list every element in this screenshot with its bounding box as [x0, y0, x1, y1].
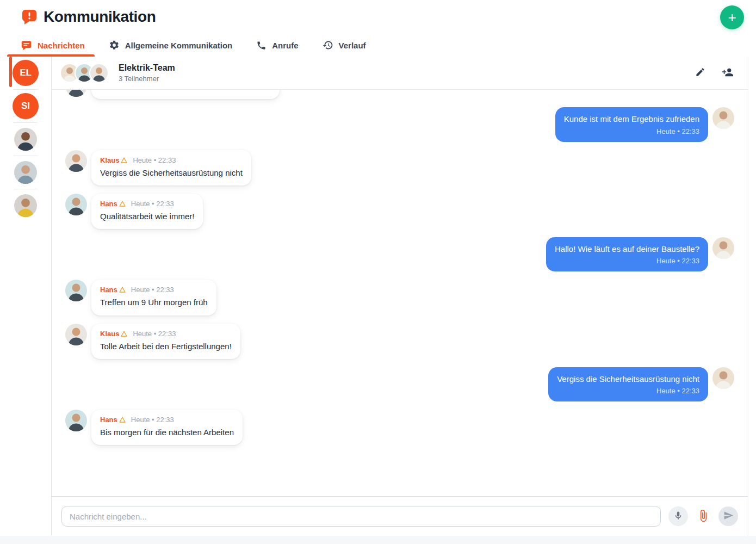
- chat-header: Elektrik-Team 3 Teilnehmer: [52, 57, 748, 90]
- message-avatar: [712, 107, 734, 129]
- participant-avatars: [60, 63, 109, 83]
- tab-verlauf[interactable]: Verlauf: [323, 34, 366, 57]
- message-meta: HansHeute • 22:33: [100, 286, 208, 294]
- person-silhouette: [65, 410, 87, 431]
- message-bubble: HansHeute • 22:33Qualitätsarbeit wie imm…: [91, 194, 203, 229]
- paperclip-icon: [697, 509, 710, 524]
- message-row: HansHeute • 22:33Bis morgen für die näch…: [65, 410, 734, 445]
- chat-title: Elektrik-Team: [119, 63, 694, 73]
- message-avatar: [65, 410, 87, 431]
- message-avatar: [65, 194, 87, 215]
- person-silhouette: [65, 90, 87, 97]
- message-avatar: [712, 237, 734, 259]
- message-text: Vergiss die Sicherheitsausrüstung nicht: [100, 168, 243, 178]
- person-silhouette: [65, 280, 87, 301]
- warning-triangle-icon: [121, 157, 127, 163]
- conversation-avatar: SI: [13, 93, 39, 119]
- person-silhouette: [14, 194, 37, 217]
- conversation-item[interactable]: [0, 157, 51, 188]
- message-avatar: [65, 150, 87, 172]
- message-row: Vergiss die Sicherheitsausrüstung nichtH…: [65, 367, 734, 401]
- message-time: Heute • 22:33: [133, 330, 176, 338]
- add-participant-button[interactable]: [721, 65, 735, 81]
- gear-icon: [109, 40, 120, 51]
- microphone-icon: [673, 511, 683, 522]
- message-time: Heute • 22:33: [131, 286, 174, 294]
- phone-icon: [256, 40, 267, 51]
- attach-file-button[interactable]: [693, 506, 713, 526]
- tab-nachrichten[interactable]: Nachrichten: [21, 34, 85, 57]
- message-sender: Hans: [100, 286, 117, 294]
- person-add-icon: [722, 66, 734, 80]
- conversation-list: ELSI: [0, 57, 51, 536]
- tab-label: Nachrichten: [38, 41, 85, 50]
- message-time: Heute • 22:33: [557, 387, 699, 395]
- new-conversation-button[interactable]: +: [720, 5, 744, 29]
- person-silhouette: [65, 150, 87, 172]
- message-avatar: [712, 367, 734, 389]
- message-sender: Klaus: [100, 156, 119, 164]
- conversation-item[interactable]: [0, 124, 51, 154]
- conversation-item-si[interactable]: SI: [0, 91, 51, 121]
- chat-titles: Elektrik-Team 3 Teilnehmer: [119, 63, 694, 83]
- tab-allgemeine-kommunikation[interactable]: Allgemeine Kommunikation: [109, 34, 233, 57]
- message-row: KlausHeute • 22:33Vergiss die Sicherheit…: [65, 150, 734, 186]
- history-icon: [323, 40, 333, 51]
- message-time: Heute • 22:33: [555, 257, 699, 265]
- warning-triangle-icon: [119, 201, 126, 207]
- sidebar-divider: [14, 89, 38, 90]
- composer: [52, 496, 748, 536]
- message-row: Hallo! Wie läuft es auf deiner Baustelle…: [65, 237, 734, 271]
- send-icon: [723, 510, 734, 522]
- message-list[interactable]: Kannst du mir die aktualisierten Pläne s…: [52, 90, 748, 496]
- message-meta: KlausHeute • 22:33: [100, 156, 243, 164]
- message-bubble: KlausHeute • 22:33Tolle Arbeit bei den F…: [91, 324, 240, 359]
- message-time: Heute • 22:33: [564, 127, 699, 135]
- message-time: Heute • 22:33: [133, 156, 176, 164]
- message-bubble: HansHeute • 22:33Bis morgen für die näch…: [91, 410, 243, 445]
- message-avatar: [65, 324, 87, 345]
- message-row: Kannst du mir die aktualisierten Pläne s…: [65, 90, 734, 99]
- warning-triangle-icon: [119, 417, 126, 423]
- person-silhouette: [65, 324, 87, 345]
- voice-record-button[interactable]: [668, 506, 688, 526]
- message-bubble: Hallo! Wie läuft es auf deiner Baustelle…: [546, 237, 708, 271]
- edit-chat-button[interactable]: [694, 66, 707, 80]
- message-sender: Hans: [100, 416, 117, 424]
- person-silhouette: [712, 107, 734, 129]
- message-text: Hallo! Wie läuft es auf deiner Baustelle…: [555, 244, 699, 255]
- message-row: Kunde ist mit dem Ergebnis zufriedenHeut…: [65, 107, 734, 141]
- sidebar-divider: [14, 189, 38, 189]
- tab-label: Verlauf: [339, 41, 366, 50]
- message-avatar: [65, 90, 87, 97]
- tab-label: Allgemeine Kommunikation: [125, 41, 233, 50]
- person-silhouette: [90, 64, 108, 82]
- message-row: KlausHeute • 22:33Tolle Arbeit bei den F…: [65, 324, 734, 359]
- person-silhouette: [65, 194, 87, 215]
- conversation-avatar: EL: [13, 60, 39, 86]
- tab-label: Anrufe: [272, 41, 298, 50]
- pencil-icon: [695, 67, 705, 79]
- message-text: Kunde ist mit dem Ergebnis zufrieden: [564, 114, 699, 125]
- message-time: Heute • 22:33: [131, 416, 174, 424]
- message-time: Heute • 22:33: [131, 200, 174, 208]
- communication-chat-icon: [22, 9, 37, 25]
- message-row: HansHeute • 22:33Treffen um 9 Uhr morgen…: [65, 280, 734, 315]
- message-meta: HansHeute • 22:33: [100, 416, 234, 424]
- conversation-avatar: [14, 128, 37, 151]
- message-input[interactable]: [61, 506, 661, 527]
- message-bubble: KlausHeute • 22:33Vergiss die Sicherheit…: [91, 150, 251, 186]
- tab-anrufe[interactable]: Anrufe: [256, 34, 298, 57]
- person-silhouette: [712, 237, 734, 259]
- person-silhouette: [14, 161, 37, 184]
- message-row: HansHeute • 22:33Qualitätsarbeit wie imm…: [65, 194, 734, 229]
- message-sender: Klaus: [100, 330, 119, 338]
- person-silhouette: [712, 367, 734, 389]
- conversation-item[interactable]: [0, 190, 51, 221]
- conversation-item-el[interactable]: EL: [0, 58, 51, 88]
- message-avatar: [65, 280, 87, 301]
- message-text: Treffen um 9 Uhr morgen früh: [100, 297, 208, 308]
- conversation-avatar: [14, 194, 37, 217]
- message-text: Bis morgen für die nächsten Arbeiten: [100, 427, 234, 438]
- send-message-button[interactable]: [718, 506, 738, 526]
